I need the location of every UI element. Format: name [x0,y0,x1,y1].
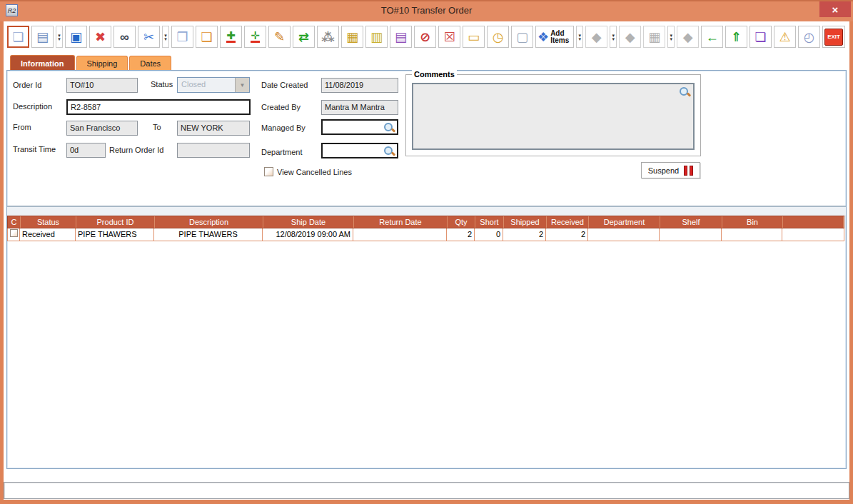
table-header: CStatusProduct IDDescriptionShip DateRet… [7,216,844,228]
toolbar-button-paste[interactable]: ❑ [196,26,218,48]
toolbar-button-activity-log[interactable]: ◴ [798,26,820,48]
toolbar-button-order-warnings[interactable]: ⚠ [774,26,796,48]
refresh-arrows-icon: ⇄ [298,31,309,44]
toolbar-button-cancel-lines[interactable]: ⊘ [414,26,436,48]
column-header-description[interactable]: Description [155,216,263,228]
toolbar-button-maintenance: ◆ [585,26,607,48]
window-content: ❏▤▾▾▣✖∞✂▾▾❐❑✚✛✎⇄⁂▦▥▤⊘☒▭◷▢❖Add Items▾▾◆▾▾… [4,21,849,500]
notepad-pencil-icon: ✎ [274,31,285,44]
column-header-c[interactable]: C [8,216,21,228]
to-label: To [153,123,161,131]
comments-textarea[interactable] [412,83,695,150]
return-order-id-label: Return Order Id [109,146,163,154]
toolbar-button-file-attachments[interactable]: ▭ [463,26,485,48]
cell-department[interactable] [588,228,660,241]
toolbar-button-edit-notes[interactable]: ✎ [268,26,291,48]
suspend-label: Suspend [648,166,679,175]
cell-blank[interactable] [782,228,844,241]
managed-by-field[interactable] [321,119,398,135]
spheres-question-icon: ⁂ [321,31,334,44]
from-label: From [13,123,31,131]
add-items-dropdown[interactable]: ▾▾ [576,26,583,48]
cell-qty[interactable]: 2 [447,228,475,241]
cell-product-id[interactable]: PIPE THAWERS [76,228,154,241]
toolbar-button-package: ◆ [677,26,699,48]
add-plus-icon: ✚ [226,31,236,43]
column-header-shipped[interactable]: Shipped [504,216,547,228]
comments-search-icon[interactable] [680,87,690,97]
order-lines-table: CStatusProduct IDDescriptionShip DateRet… [7,216,844,241]
tab-information[interactable]: Information [10,55,75,71]
print-options-dropdown[interactable]: ▾▾ [56,26,63,48]
form-table-divider [7,206,846,216]
toolbar-button-return-items[interactable]: ⇑ [725,26,747,48]
cell-short[interactable]: 0 [475,228,503,241]
toolbar-button-print[interactable]: ▤ [31,26,54,48]
information-tab-panel: Order Id TO#10 Status Closed ▼ Date Crea… [6,70,847,469]
toolbar-button-misc-po[interactable]: ▤ [390,26,412,48]
column-header-received[interactable]: Received [547,216,589,228]
toolbar-button-new-document[interactable]: ❏ [7,26,29,48]
column-header-qty[interactable]: Qty [448,216,475,228]
toolbar-button-asset-info[interactable]: ▦ [341,26,363,48]
tab-dates[interactable]: Dates [129,56,171,71]
view-cancelled-lines-checkbox[interactable] [264,167,273,176]
column-header-product-id[interactable]: Product ID [76,216,155,228]
toolbar-button-order-notes[interactable]: ❏ [749,26,772,48]
toolbar-button-add-line[interactable]: ✚ [220,26,242,48]
department-field[interactable] [321,143,398,158]
column-header-ship-date[interactable]: Ship Date [263,216,354,228]
toolbar-button-add-items[interactable]: ❖Add Items [535,26,574,48]
toolbar-button-delete-document[interactable]: ☒ [438,26,460,48]
column-header-status[interactable]: Status [21,216,76,228]
column-header-short[interactable]: Short [475,216,504,228]
toolbar-button-shortcut-keys[interactable]: ▢ [511,26,533,48]
cell-shipped[interactable]: 2 [503,228,546,241]
column-header-blank[interactable] [783,216,844,228]
cell-return-date[interactable] [353,228,447,241]
toolbar-button-ship: ▦ [643,26,665,48]
cell-shelf[interactable] [660,228,722,241]
tab-shipping[interactable]: Shipping [76,56,128,71]
toolbar-button-document-history[interactable]: ◷ [487,26,509,48]
purple-document-icon: ❏ [755,31,767,44]
cell-description[interactable]: PIPE THAWERS [154,228,263,241]
toolbar-button-item-inquiry[interactable]: ⁂ [317,26,339,48]
department-search-icon[interactable] [384,146,394,156]
suspend-button[interactable]: Suspend [641,162,700,178]
printer-icon: ▤ [36,31,49,44]
toolbar-button-transfer-document[interactable]: ▥ [365,26,388,48]
column-header-shelf[interactable]: Shelf [660,216,722,228]
toolbar-button-add-multiple-lines[interactable]: ✛ [244,26,266,48]
ship-options-dropdown[interactable]: ▾▾ [667,26,675,48]
toolbar-button-copy[interactable]: ❐ [171,26,193,48]
ship-stamp-gray-icon: ▦ [648,31,660,44]
cell-received[interactable]: 2 [546,228,588,241]
close-button[interactable]: × [819,1,851,17]
cut-options-dropdown[interactable]: ▾▾ [162,26,169,48]
delete-x-icon: ✖ [95,31,106,44]
description-field[interactable]: R2-8587 [66,99,251,115]
toolbar-button-find[interactable]: ∞ [113,26,136,48]
toolbar-button-cut[interactable]: ✂ [138,26,160,48]
toolbar-button-receive-transfer[interactable]: ← [701,26,723,48]
maintenance-dropdown[interactable]: ▾▾ [610,26,617,48]
cell-ship-date[interactable]: 12/08/2019 09:00 AM [263,228,353,241]
scissors-icon: ✂ [143,31,154,44]
column-header-department[interactable]: Department [589,216,660,228]
column-header-return-date[interactable]: Return Date [354,216,448,228]
cell-bin[interactable] [722,228,782,241]
save-floppy-icon: ▣ [70,31,82,44]
cell-status[interactable]: Received [20,228,76,241]
warning-document-icon: ⚠ [779,31,791,44]
cell-c[interactable] [7,228,20,241]
toolbar-button-save[interactable]: ▣ [65,26,87,48]
toolbar-button-refresh[interactable]: ⇄ [293,26,315,48]
toolbar-button-delete-order[interactable]: ✖ [89,26,111,48]
table-row[interactable]: ReceivedPIPE THAWERSPIPE THAWERS12/08/20… [7,228,844,241]
column-header-bin[interactable]: Bin [722,216,783,228]
row-select-checkbox[interactable] [10,229,18,237]
folder-clock-icon: ◷ [493,31,504,44]
toolbar-button-exit[interactable]: EXIT [822,26,845,48]
managed-by-search-icon[interactable] [384,123,394,133]
